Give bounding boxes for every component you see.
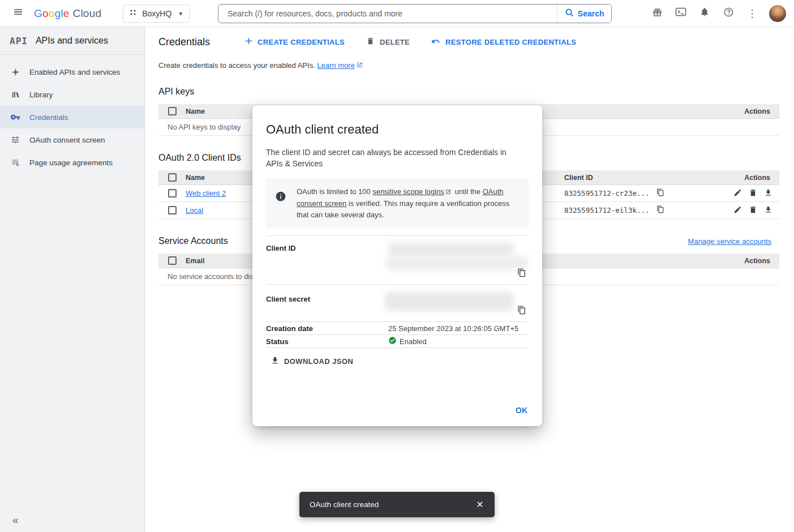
sensitive-scope-logins-link[interactable]: sensitive scope logins	[372, 187, 444, 196]
download-client-button[interactable]	[761, 187, 775, 200]
collapse-sidebar-button[interactable]: «	[12, 514, 19, 526]
restore-deleted-credentials-button[interactable]: RESTORE DELETED CREDENTIALS	[429, 33, 578, 51]
key-icon	[10, 112, 21, 122]
status-label: Status	[266, 337, 388, 346]
download-icon	[271, 356, 280, 367]
redacted-client-id	[386, 256, 529, 270]
trash-icon	[749, 188, 757, 199]
client-secret-label: Client secret	[266, 285, 388, 303]
sidebar-item-library[interactable]: Library	[0, 83, 144, 106]
ok-button[interactable]: OK	[516, 406, 527, 415]
cloud-shell-button[interactable]	[669, 2, 692, 25]
intro-text: Create credentials to access your enable…	[145, 55, 794, 70]
gift-icon	[652, 7, 663, 20]
logo-letter: G	[34, 7, 42, 20]
copy-icon	[517, 306, 526, 316]
edit-client-button[interactable]	[731, 187, 744, 200]
row-checkbox[interactable]	[168, 189, 177, 198]
sidebar-item-credentials[interactable]: Credentials	[0, 106, 144, 128]
create-credentials-button[interactable]: CREATE CREDENTIALS	[243, 34, 347, 50]
client-id-row: Client ID	[266, 236, 529, 285]
select-all-checkbox[interactable]	[168, 173, 177, 182]
sidebar-item-oauth-consent-screen[interactable]: OAuth consent screen	[0, 128, 144, 151]
redacted-client-secret	[385, 292, 514, 311]
search-icon	[565, 8, 574, 19]
help-icon	[723, 7, 734, 20]
project-selector[interactable]: BoxyHQ ▾	[123, 5, 190, 23]
bell-icon	[699, 7, 710, 20]
snackbar: OAuth client created ✕	[299, 492, 495, 517]
sidebar-item-label: Credentials	[29, 113, 68, 122]
column-actions: Actions	[711, 108, 779, 115]
help-button[interactable]	[717, 2, 740, 25]
logo-letter: e	[63, 7, 70, 20]
column-actions: Actions	[711, 257, 779, 265]
external-link-icon	[357, 61, 363, 70]
empty-state-text: No API keys to display	[158, 123, 241, 131]
notice-pre: OAuth is limited to 100	[297, 187, 372, 196]
oauth-client-created-dialog: OAuth client created The client ID and s…	[252, 105, 542, 426]
copy-client-id-button[interactable]	[654, 187, 667, 200]
search-button[interactable]: Search	[557, 5, 611, 23]
edit-client-button[interactable]	[731, 204, 744, 217]
search-bar: Search	[218, 4, 612, 23]
sidebar-item-label: Library	[29, 91, 53, 99]
library-icon	[10, 90, 21, 99]
download-client-button[interactable]	[761, 204, 775, 217]
copy-icon	[656, 205, 664, 215]
project-icon	[129, 8, 137, 18]
logo-letter: g	[55, 7, 61, 20]
status-row: Status Enabled	[266, 335, 529, 348]
terminal-icon	[675, 7, 686, 20]
oauth-client-link[interactable]: Web client 2	[186, 189, 226, 198]
row-checkbox[interactable]	[168, 206, 177, 214]
menu-button[interactable]	[7, 2, 29, 25]
notice-text: OAuth is limited to 100 sensitive scope …	[297, 186, 520, 221]
sidebar-item-enabled-apis[interactable]: Enabled APIs and services	[0, 61, 144, 83]
client-secret-row: Client secret	[266, 285, 529, 322]
download-json-button[interactable]: DOWNLOAD JSON	[271, 356, 353, 367]
close-icon[interactable]: ✕	[471, 496, 489, 514]
delete-button[interactable]: DELETE	[364, 33, 412, 50]
manage-service-accounts-link[interactable]: Manage service accounts	[688, 237, 771, 246]
google-cloud-logo[interactable]: Google Cloud	[34, 7, 101, 20]
undo-icon	[431, 37, 440, 48]
topbar: Google Cloud BoxyHQ ▾ Search ⋮	[0, 0, 794, 27]
learn-more-link[interactable]: Learn more	[317, 61, 362, 70]
create-credentials-label: CREATE CREDENTIALS	[257, 38, 345, 46]
oauth-limit-notice: OAuth is limited to 100 sensitive scope …	[266, 178, 529, 229]
sidebar-title: APIs and services	[36, 36, 108, 46]
delete-client-button[interactable]	[746, 204, 759, 217]
external-link-icon	[445, 187, 451, 198]
hamburger-icon	[13, 7, 23, 20]
trash-icon	[366, 37, 375, 47]
oauth-client-link[interactable]: Local	[186, 206, 203, 214]
sidebar-item-label: OAuth consent screen	[29, 136, 105, 144]
free-trial-gift-button[interactable]	[646, 2, 668, 25]
page-header: Credentials CREATE CREDENTIALS DELETE RE…	[145, 28, 794, 55]
learn-more-label: Learn more	[317, 61, 354, 70]
dialog-title: OAuth client created	[266, 122, 529, 137]
restore-label: RESTORE DELETED CREDENTIALS	[445, 38, 576, 46]
avatar[interactable]	[769, 5, 786, 22]
logo-letter: o	[49, 7, 55, 20]
copy-client-id-button[interactable]	[654, 204, 667, 217]
plus-icon	[245, 37, 252, 46]
api-logo: API	[10, 36, 28, 46]
copy-client-id-button[interactable]	[515, 267, 529, 280]
download-icon	[764, 205, 772, 216]
more-options-button[interactable]: ⋮	[741, 2, 763, 25]
sidebar-item-page-usage-agreements[interactable]: Page usage agreements	[0, 151, 144, 174]
notice-mid: until the	[453, 187, 483, 196]
column-client-id: Client ID	[564, 174, 711, 182]
sidebar-header: API APIs and services	[0, 27, 144, 55]
select-all-checkbox[interactable]	[168, 107, 177, 115]
select-all-checkbox[interactable]	[168, 256, 177, 265]
delete-client-button[interactable]	[746, 187, 759, 200]
copy-client-secret-button[interactable]	[515, 304, 529, 318]
status-text: Enabled	[400, 337, 427, 346]
intro-sentence: Create credentials to access your enable…	[158, 61, 315, 70]
credential-fields: Client ID Client secret Creation date 25…	[266, 235, 529, 348]
notifications-button[interactable]	[693, 2, 716, 25]
search-input[interactable]	[218, 5, 557, 23]
